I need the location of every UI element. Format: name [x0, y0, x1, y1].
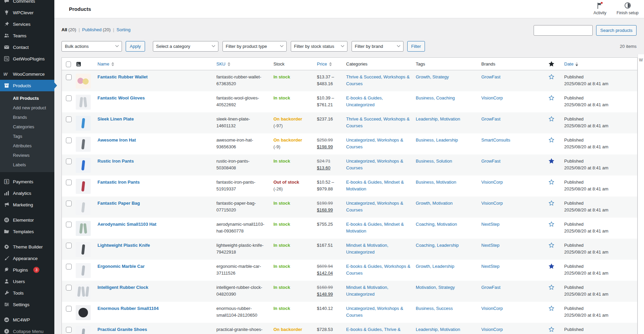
row-checkbox[interactable] — [66, 306, 72, 312]
tag-links[interactable]: Growth, Motivation — [416, 201, 452, 206]
product-name-link[interactable]: Fantastic Wool Gloves — [97, 95, 145, 100]
product-name-link[interactable]: Ergonomic Marble Car — [97, 264, 145, 269]
product-thumbnail[interactable] — [76, 221, 91, 236]
sidebar-item-analytics[interactable]: Analytics — [0, 187, 54, 199]
category-links[interactable]: E-books & Guides, Mindset & Motivation — [346, 180, 404, 191]
row-checkbox[interactable] — [66, 327, 72, 333]
featured-star-filled-icon[interactable] — [549, 158, 554, 166]
submenu-item-all-products[interactable]: All Products — [0, 94, 54, 103]
product-thumbnail[interactable] — [76, 200, 91, 215]
brand-link[interactable]: SmartConsults — [481, 137, 510, 143]
product-thumbnail[interactable] — [76, 74, 91, 89]
featured-star-outline-icon[interactable] — [549, 74, 554, 82]
tag-links[interactable]: Motivation, Strategy — [416, 285, 455, 290]
sidebar-item-products[interactable]: Products — [0, 80, 54, 91]
brand-link[interactable]: VisionCorp — [481, 180, 503, 185]
brand-link[interactable]: VisionCorp — [481, 327, 503, 332]
sidebar-item-users[interactable]: Users — [0, 276, 54, 287]
view-sorting-link[interactable]: Sorting — [117, 27, 130, 32]
category-links[interactable]: Mindset & Motivation, Uncategorized — [346, 285, 388, 297]
product-thumbnail[interactable] — [76, 284, 91, 299]
row-checkbox[interactable] — [66, 116, 72, 122]
category-filter-select[interactable]: Select a category — [153, 41, 218, 52]
featured-star-outline-icon[interactable] — [549, 305, 554, 313]
category-links[interactable]: Thrive & Succeed, Workshops & Courses — [346, 74, 410, 86]
featured-star-outline-icon[interactable] — [549, 179, 554, 187]
sidebar-item-elementor[interactable]: Elementor — [0, 214, 54, 226]
row-checkbox[interactable] — [66, 285, 72, 291]
featured-star-outline-icon[interactable] — [549, 242, 554, 250]
product-name-link[interactable]: Lightweight Plastic Knife — [97, 243, 150, 248]
brand-link[interactable]: GrowFast — [481, 285, 500, 290]
row-checkbox[interactable] — [66, 264, 72, 270]
row-checkbox[interactable] — [66, 137, 72, 143]
product-name-link[interactable]: Practical Granite Shoes — [97, 327, 147, 332]
tag-links[interactable]: Business, Solution — [416, 159, 452, 164]
sidebar-item-woocommerce[interactable]: WWooCommerce — [0, 68, 54, 80]
product-name-link[interactable]: Fantastic Iron Pants — [97, 180, 140, 185]
featured-star-outline-icon[interactable] — [549, 137, 554, 145]
sidebar-item-settings[interactable]: Settings — [0, 299, 54, 310]
sidebar-item-appearance[interactable]: Appearance — [0, 253, 54, 264]
brand-link[interactable]: VisionCorp — [481, 95, 503, 100]
bulk-actions-select[interactable]: Bulk actions — [61, 41, 122, 52]
sidebar-item-tools[interactable]: Tools — [0, 287, 54, 299]
activity-button[interactable]: Activity — [593, 2, 606, 15]
product-thumbnail[interactable] — [76, 242, 91, 257]
stock-status-filter-select[interactable]: Filter by stock status — [291, 41, 347, 52]
product-name-link[interactable]: Enormous Rubber Small1104 — [97, 306, 159, 311]
brand-link[interactable]: VisionCorp — [481, 306, 503, 311]
sidebar-item-marketing[interactable]: Marketing — [0, 199, 54, 210]
category-links[interactable]: Uncategorized, Workshops & Courses — [346, 201, 403, 212]
featured-star-outline-icon[interactable] — [549, 221, 554, 229]
product-type-filter-select[interactable]: Filter by product type — [222, 41, 287, 52]
product-thumbnail[interactable] — [76, 158, 91, 173]
product-thumbnail[interactable] — [76, 116, 91, 131]
tag-links[interactable]: Leadership, Motivation — [416, 327, 460, 332]
product-thumbnail[interactable] — [76, 305, 91, 320]
sidebar-item-templates[interactable]: Templates — [0, 226, 54, 237]
category-links[interactable]: E-books & Guides, Uncategorized — [346, 95, 383, 107]
column-header-sku[interactable]: SKU — [216, 58, 273, 70]
search-input[interactable] — [534, 25, 593, 36]
brand-link[interactable]: GrowFast — [481, 116, 500, 122]
sidebar-item-services[interactable]: Services — [0, 18, 54, 30]
sidebar-item-collapse-menu[interactable]: Collapse Menu — [0, 326, 54, 334]
product-thumbnail[interactable] — [76, 95, 91, 110]
category-links[interactable]: Uncategorized, Workshops & Courses — [346, 137, 403, 149]
row-checkbox[interactable] — [66, 243, 72, 248]
sidebar-item-getwooplugins[interactable]: GetWooPlugins — [0, 53, 54, 64]
brand-link[interactable]: GrowFast — [481, 74, 500, 79]
brand-link[interactable]: VisionCorp — [481, 201, 503, 206]
submenu-item-attributes[interactable]: Attributes — [0, 141, 54, 151]
tag-links[interactable]: Leadership, Motivation — [416, 116, 460, 122]
product-name-link[interactable]: Rustic Iron Pants — [97, 159, 134, 164]
product-name-link[interactable]: Intelligent Rubber Clock — [97, 285, 148, 290]
sidebar-item-comments[interactable]: Comments — [0, 0, 54, 7]
view-all-link[interactable]: All (20) — [61, 27, 76, 32]
product-name-link[interactable]: Awesome Iron Hat — [97, 137, 136, 143]
tag-links[interactable]: Coaching, Motivation — [416, 222, 457, 227]
category-links[interactable]: E-books & Guides, Workshops & Courses — [346, 264, 410, 276]
tag-links[interactable]: Growth, Strategy — [416, 74, 449, 79]
submenu-item-add-new-product[interactable]: Add new product — [0, 103, 54, 113]
select-all-checkbox[interactable] — [62, 58, 76, 70]
tag-links[interactable]: Business, Success — [416, 306, 453, 311]
submenu-item-brands[interactable]: Brands — [0, 113, 54, 122]
product-name-link[interactable]: Fantastic Rubber Wallet — [97, 74, 148, 79]
category-links[interactable]: Mindset & Motivation, Uncategorized — [346, 243, 388, 255]
filter-button[interactable]: Filter — [407, 41, 425, 52]
view-published-link[interactable]: Published (20) — [82, 27, 111, 32]
product-name-link[interactable]: Sleek Linen Plate — [97, 116, 134, 122]
row-checkbox[interactable] — [66, 180, 72, 185]
category-links[interactable]: Thrive & Succeed, Workshops & Courses — [346, 116, 410, 128]
product-thumbnail[interactable] — [76, 263, 91, 278]
featured-star-outline-icon[interactable] — [549, 200, 554, 208]
sidebar-item-contact[interactable]: Contact — [0, 41, 54, 53]
category-links[interactable]: Uncategorized, Workshops & Courses — [346, 306, 403, 318]
sidebar-item-payments[interactable]: $Payments — [0, 176, 54, 187]
submenu-item-reviews[interactable]: Reviews — [0, 151, 54, 160]
category-links[interactable]: E-books & Guides, Thrive & Succeed — [346, 327, 400, 334]
column-header-price[interactable]: Price — [317, 58, 346, 70]
row-checkbox[interactable] — [66, 159, 72, 164]
